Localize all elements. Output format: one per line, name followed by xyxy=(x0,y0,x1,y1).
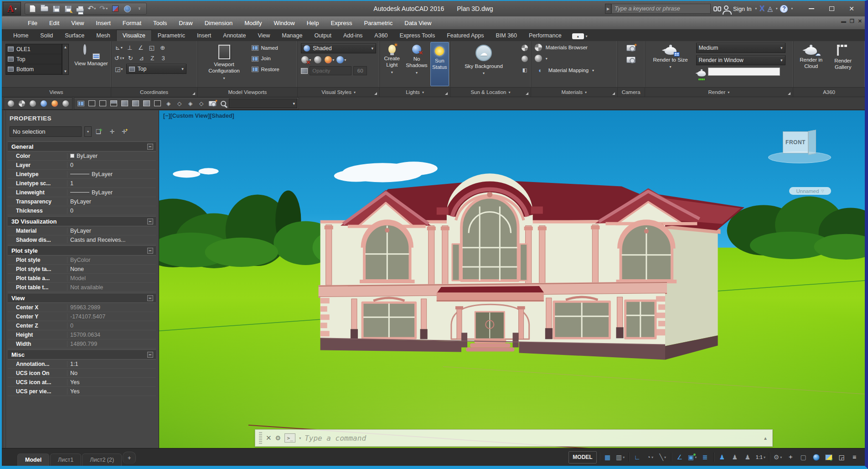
prop-row-thickness[interactable]: Thickness0 xyxy=(8,206,156,215)
customization-button[interactable]: ≡ xyxy=(848,451,860,464)
tab-annotate[interactable]: Annotate xyxy=(217,30,252,41)
material-attach-button[interactable]: ▾ xyxy=(535,55,614,62)
audio-icon[interactable]: ◧ xyxy=(522,67,528,73)
materials-browser-button[interactable]: Materials Browser xyxy=(535,44,614,51)
ucs-z-button[interactable]: Z xyxy=(147,53,157,63)
tab-performance[interactable]: Performance xyxy=(523,30,568,41)
ucs-origin-button[interactable]: ⊕ xyxy=(158,43,168,52)
undo-button[interactable]: ↶▾ xyxy=(86,4,97,14)
collapse-icon[interactable]: − xyxy=(147,295,153,301)
section-view[interactable]: View− xyxy=(8,293,156,303)
restore-viewports-button[interactable]: Restore xyxy=(252,66,279,73)
nv-diamond3-icon[interactable]: ◈ xyxy=(185,99,196,109)
render-gallery-button[interactable]: Render Gallery xyxy=(829,42,857,86)
autoscale-toggle[interactable]: ♟ xyxy=(729,451,741,464)
prop-row-lineweight[interactable]: LineweightByLayer xyxy=(8,188,156,197)
sheet-set-manager-button[interactable] xyxy=(110,4,121,14)
annotation-monitor-button[interactable]: ＋ xyxy=(785,451,796,464)
prop-row-center-y[interactable]: Center Y-174107.5407 xyxy=(8,312,156,321)
ucs-3point-button[interactable]: 3 xyxy=(158,53,168,63)
command-input[interactable] xyxy=(305,434,760,443)
named-view-pill[interactable]: Unnamed▽ xyxy=(789,187,831,195)
sign-in-button[interactable]: Sign In ▾ xyxy=(724,5,757,12)
polar-tracking-toggle[interactable]: ◔▾ xyxy=(644,451,656,464)
prop-row-color[interactable]: ColorByLayer xyxy=(8,151,156,161)
section-general[interactable]: General− xyxy=(8,141,156,151)
vs-conceptual-icon[interactable] xyxy=(130,99,141,109)
menu-window[interactable]: Window xyxy=(268,20,300,26)
prop-row-height[interactable]: Height15709.0634 xyxy=(8,330,156,339)
render-in-cloud-button[interactable]: ☁ Render in Cloud xyxy=(796,42,826,86)
material-mapping-button[interactable]: ◖ Material Mapping ▾ xyxy=(535,66,614,75)
snap-toggle[interactable]: ▥▾ xyxy=(615,451,626,464)
close-icon[interactable]: ✕ xyxy=(266,434,272,442)
tab-parametric[interactable]: Parametric xyxy=(152,30,191,41)
ucs-named-button[interactable]: ◲▾ xyxy=(114,64,124,73)
customize-qat-button[interactable]: ⊽ xyxy=(134,4,145,14)
prop-row-plot-table-attached[interactable]: Plot table a...Model xyxy=(8,274,156,283)
close-button[interactable]: ✕ xyxy=(842,3,861,15)
camera-toolbar-icon[interactable]: ✶ xyxy=(207,99,217,109)
dialog-launcher-icon[interactable] xyxy=(374,92,377,95)
ucs-object-button[interactable]: ◱ xyxy=(147,43,157,52)
menu-dimension[interactable]: Dimension xyxy=(199,20,238,26)
search-expand-icon[interactable]: ▶ xyxy=(605,4,611,14)
visual-style-combo[interactable]: Shaded ▾ xyxy=(301,43,376,53)
sun-properties-icon[interactable] xyxy=(522,45,528,51)
minimize-button[interactable] xyxy=(802,3,821,15)
vs-hidden-icon[interactable] xyxy=(108,99,119,109)
workspace-switching-button[interactable]: ⚙▾ xyxy=(772,451,784,464)
plot-button[interactable] xyxy=(74,4,85,14)
tab-visualize[interactable]: Visualize xyxy=(116,30,152,41)
collapse-icon[interactable]: − xyxy=(147,248,153,254)
create-light-button[interactable]: Create Light▾ xyxy=(381,42,403,86)
lineweight-toggle[interactable]: ≣ xyxy=(699,451,711,464)
panel-label-a360[interactable]: A360 xyxy=(793,87,865,97)
collapse-icon[interactable]: − xyxy=(147,352,153,358)
panel-label-materials[interactable]: Materials▾ xyxy=(531,87,617,97)
isolate-objects-button[interactable]: ▢ xyxy=(797,451,809,464)
exchange-apps-icon[interactable]: X xyxy=(760,4,765,13)
search-input[interactable] xyxy=(611,4,711,14)
chevron-down-icon[interactable]: ▾ xyxy=(94,7,96,10)
selection-combo[interactable]: No selection xyxy=(10,126,82,137)
prop-row-ucs-icon-at-origin[interactable]: UCS icon at...Yes xyxy=(8,378,156,387)
dialog-launcher-icon[interactable] xyxy=(192,92,195,95)
redo-button[interactable]: ↷▾ xyxy=(98,4,109,14)
panel-label-lights[interactable]: Lights▾ xyxy=(380,87,450,97)
vs-wireframe-icon[interactable] xyxy=(98,99,108,109)
zoom-toolbar-icon[interactable] xyxy=(218,99,228,109)
collapse-ribbon-icon[interactable]: ▲ xyxy=(572,33,584,39)
annotation-scale-button[interactable]: 1:1▾ xyxy=(754,451,767,464)
tab-solid[interactable]: Solid xyxy=(34,30,59,41)
prop-row-linetype-scale[interactable]: Linetype sc...1 xyxy=(8,179,156,188)
vs-shaded-icon[interactable] xyxy=(141,99,152,109)
vs-2dwireframe-icon[interactable] xyxy=(87,99,97,109)
clean-screen-button[interactable]: ◲ xyxy=(836,451,847,464)
chevron-down-icon[interactable]: ▾ xyxy=(106,7,108,10)
tab-surface[interactable]: Surface xyxy=(59,30,90,41)
collapse-icon[interactable]: − xyxy=(147,219,153,224)
panel-label-model-viewports[interactable]: Model Viewports xyxy=(198,87,298,97)
viewcube[interactable]: FRONT xyxy=(775,128,825,169)
prop-row-center-z[interactable]: Center Z0 xyxy=(8,321,156,330)
menu-express[interactable]: Express xyxy=(325,20,358,26)
help-icon[interactable]: ? xyxy=(780,5,788,13)
prop-row-plot-table-type[interactable]: Plot table t...Not available xyxy=(8,283,156,292)
tab-express-tools[interactable]: Express Tools xyxy=(394,30,441,41)
ucs-combo[interactable]: Top ▾ xyxy=(126,64,186,74)
lights-icon[interactable] xyxy=(16,99,27,109)
view-combo[interactable]: ▾ xyxy=(229,99,297,108)
viewport-configuration-button[interactable]: Viewport Configuration▾ xyxy=(202,42,246,80)
sun-status-button[interactable]: Sun Status xyxy=(430,42,449,86)
panel-label-sun-location[interactable]: Sun & Location▾ xyxy=(450,87,531,97)
tab-sheet2[interactable]: Лист2 (2) xyxy=(82,453,122,466)
ortho-toggle[interactable]: ∟ xyxy=(631,451,643,464)
list-item[interactable]: OLE1 xyxy=(6,44,62,54)
object-snap-toggle[interactable]: ▣▾ xyxy=(687,451,698,464)
named-viewports-button[interactable]: Named xyxy=(252,45,279,51)
prop-row-ucs-icon-on[interactable]: UCS icon OnNo xyxy=(8,369,156,378)
dialog-launcher-icon[interactable] xyxy=(788,92,790,95)
collapse-icon[interactable]: − xyxy=(147,144,153,150)
annotation-scale-icon[interactable]: ♟ xyxy=(742,451,754,464)
